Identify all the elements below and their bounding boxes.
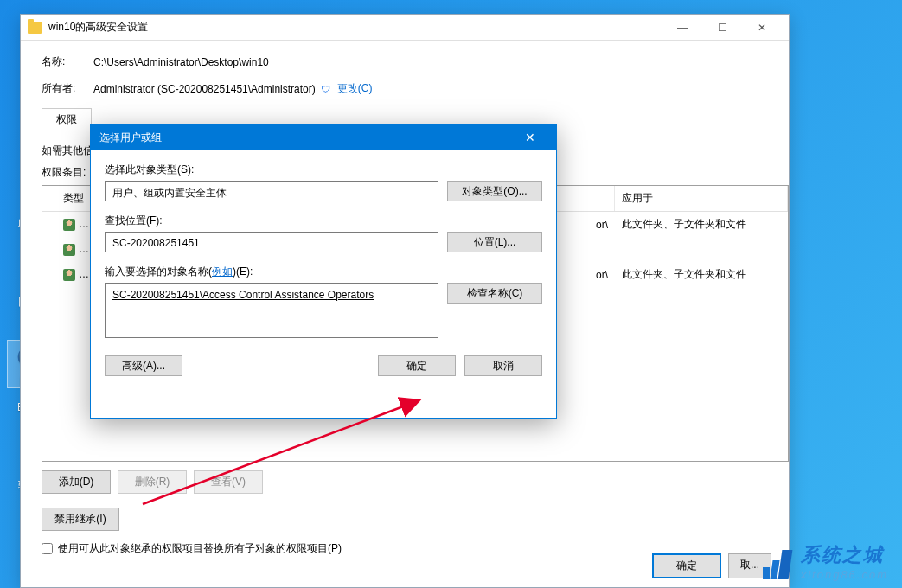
locations-button[interactable]: 位置(L)...	[447, 232, 542, 252]
user-icon	[63, 219, 75, 231]
name-label: 名称:	[42, 54, 93, 69]
dialog-titlebar: 选择用户或组 ✕	[91, 125, 556, 150]
watermark-cn: 系统之城	[801, 542, 888, 568]
watermark-en: xitong86.com	[801, 568, 888, 581]
titlebar: win10的高级安全设置 — ☐ ✕	[21, 15, 789, 41]
name-value: C:\Users\Administrator\Desktop\win10	[93, 56, 269, 68]
user-icon	[63, 244, 75, 256]
replace-child-checkbox[interactable]	[42, 543, 53, 554]
add-button[interactable]: 添加(D)	[42, 470, 111, 494]
minimize-button[interactable]: —	[662, 16, 702, 40]
ok-button[interactable]: 确定	[652, 553, 721, 578]
example-link[interactable]: 例如	[212, 265, 233, 278]
object-name-input[interactable]: SC-202008251451\Access Control Assistanc…	[105, 283, 438, 338]
object-type-label: 选择此对象类型(S):	[105, 163, 542, 177]
change-owner-link[interactable]: 更改(C)	[337, 81, 373, 96]
location-label: 查找位置(F):	[105, 214, 542, 228]
view-button: 查看(V)	[194, 470, 263, 494]
dialog-cancel-button[interactable]: 取消	[464, 355, 542, 376]
remove-button: 删除(R)	[118, 470, 187, 494]
location-field: SC-202008251451	[105, 232, 438, 252]
advanced-button[interactable]: 高级(A)...	[105, 355, 182, 376]
shield-icon: 🛡	[321, 84, 330, 94]
disable-inherit-button[interactable]: 禁用继承(I)	[42, 508, 119, 531]
tab-permissions[interactable]: 权限	[42, 108, 92, 131]
maximize-button[interactable]: ☐	[702, 16, 742, 40]
owner-label: 所有者:	[42, 81, 93, 96]
dialog-close-button[interactable]: ✕	[513, 125, 547, 150]
select-user-group-dialog: 选择用户或组 ✕ 选择此对象类型(S): 用户、组或内置安全主体 对象类型(O)…	[90, 124, 557, 419]
watermark: 系统之城 xitong86.com	[759, 542, 888, 581]
object-types-button[interactable]: 对象类型(O)...	[447, 181, 542, 201]
user-icon	[63, 269, 75, 281]
dialog-ok-button[interactable]: 确定	[378, 355, 456, 376]
owner-value: Administrator (SC-202008251451\Administr…	[93, 83, 316, 95]
window-title: win10的高级安全设置	[48, 20, 148, 35]
close-button[interactable]: ✕	[742, 16, 782, 40]
dialog-title: 选择用户或组	[99, 131, 162, 145]
object-name-label: 输入要选择的对象名称(例如)(E):	[105, 265, 542, 279]
watermark-logo-icon	[759, 545, 794, 579]
col-applies[interactable]: 应用于	[615, 186, 788, 211]
check-names-button[interactable]: 检查名称(C)	[447, 283, 542, 304]
replace-child-label: 使用可从此对象继承的权限项目替换所有子对象的权限项目(P)	[58, 541, 342, 556]
object-type-field: 用户、组或内置安全主体	[105, 181, 438, 201]
folder-icon	[28, 22, 42, 34]
